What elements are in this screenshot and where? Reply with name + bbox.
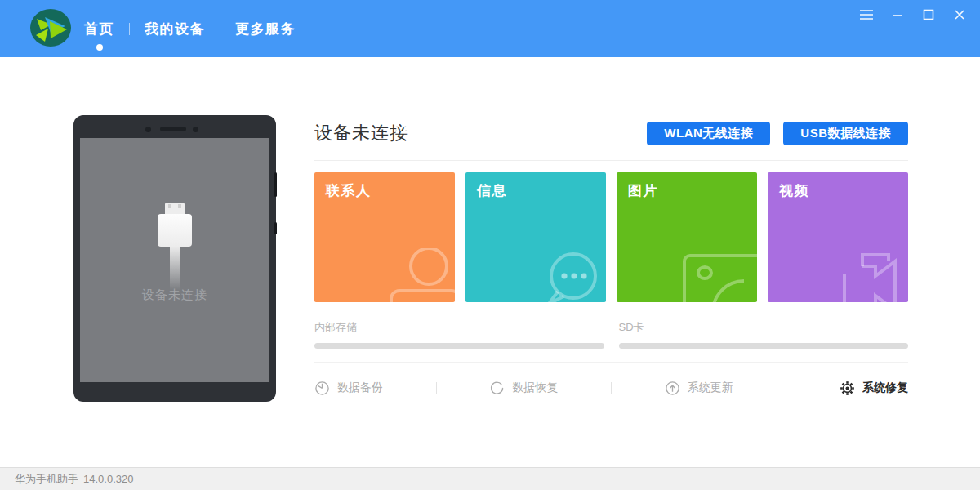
videos-icon	[838, 250, 906, 302]
hisuite-logo	[29, 7, 72, 51]
section-divider	[314, 362, 908, 363]
minimize-button[interactable]	[888, 6, 906, 24]
app-version: 14.0.0.320	[83, 473, 133, 485]
maximize-button[interactable]	[919, 6, 938, 24]
action-divider	[611, 382, 612, 394]
tile-label: 图片	[628, 181, 658, 200]
backup-icon	[314, 381, 330, 396]
contacts-icon	[383, 248, 455, 302]
active-nav-dot	[96, 44, 103, 51]
nav-item-label: 我的设备	[145, 21, 205, 37]
maximize-icon	[923, 9, 934, 20]
page-title: 设备未连接	[314, 121, 408, 145]
nav-item-home[interactable]: 首页	[84, 20, 114, 38]
status-header: 设备未连接 WLAN无线连接 USB数据线连接	[314, 120, 908, 146]
close-icon	[954, 9, 965, 20]
title-bar: 首页 我的设备 更多服务	[0, 0, 980, 57]
nav-divider	[129, 23, 130, 35]
tile-label: 视频	[779, 181, 809, 200]
action-label: 系统修复	[862, 381, 908, 395]
phone-status-text: 设备未连接	[80, 287, 270, 303]
tile-pictures[interactable]: 图片	[617, 172, 757, 302]
phone-camera-dot	[145, 127, 151, 132]
action-label: 数据备份	[337, 381, 383, 395]
action-label: 数据恢复	[512, 381, 558, 395]
internal-storage-bar	[314, 343, 604, 349]
category-tiles: 联系人 信息 图片	[314, 172, 908, 302]
wlan-connect-button[interactable]: WLAN无线连接	[647, 122, 770, 145]
system-update-action[interactable]: 系统更新	[665, 381, 733, 396]
nav-item-label: 更多服务	[235, 21, 296, 37]
main-nav: 首页 我的设备 更多服务	[84, 0, 296, 57]
update-icon	[665, 381, 680, 396]
phone-power-button	[274, 222, 277, 234]
nav-item-more-services[interactable]: 更多服务	[235, 20, 296, 38]
action-divider	[436, 382, 437, 394]
action-label: 系统更新	[688, 381, 733, 395]
phone-speaker	[160, 127, 186, 131]
nav-divider	[220, 23, 220, 35]
window-controls	[857, 6, 969, 24]
close-button[interactable]	[950, 6, 969, 24]
tile-label: 联系人	[326, 181, 372, 200]
repair-icon	[840, 381, 855, 396]
minimize-icon	[892, 9, 903, 20]
messages-icon	[536, 250, 604, 302]
system-repair-action[interactable]: 系统修复	[840, 381, 908, 396]
storage-label: SD卡	[619, 320, 909, 335]
app-name: 华为手机助手	[15, 472, 78, 487]
phone-illustration: 设备未连接	[74, 115, 276, 402]
section-divider	[314, 160, 908, 161]
usb-plug-icon	[158, 203, 192, 291]
action-divider	[786, 382, 786, 394]
sd-card-storage-bar	[619, 343, 909, 349]
connect-buttons: WLAN无线连接 USB数据线连接	[647, 122, 908, 145]
tool-actions: 数据备份 数据恢复 系统更新 系统修复	[314, 376, 908, 400]
tile-label: 信息	[477, 181, 507, 200]
data-restore-action[interactable]: 数据恢复	[489, 381, 558, 396]
phone-volume-button	[274, 172, 277, 197]
phone-sensor-dot	[193, 127, 198, 132]
nav-item-my-device[interactable]: 我的设备	[145, 20, 205, 38]
menu-icon	[859, 9, 874, 20]
menu-button[interactable]	[857, 6, 875, 24]
phone-screen: 设备未连接	[80, 138, 270, 382]
storage-section: 内部存储 SD卡	[314, 320, 908, 349]
data-backup-action[interactable]: 数据备份	[314, 381, 383, 396]
internal-storage: 内部存储	[314, 320, 604, 349]
nav-item-label: 首页	[84, 21, 114, 37]
pictures-icon	[682, 253, 757, 302]
storage-label: 内部存储	[314, 320, 604, 335]
status-bar: 华为手机助手 14.0.0.320	[0, 467, 980, 490]
restore-icon	[489, 381, 505, 396]
tile-videos[interactable]: 视频	[768, 172, 908, 302]
tile-contacts[interactable]: 联系人	[314, 172, 455, 302]
tile-messages[interactable]: 信息	[466, 172, 606, 302]
usb-connect-button[interactable]: USB数据线连接	[783, 122, 908, 145]
sd-card-storage: SD卡	[619, 320, 909, 349]
